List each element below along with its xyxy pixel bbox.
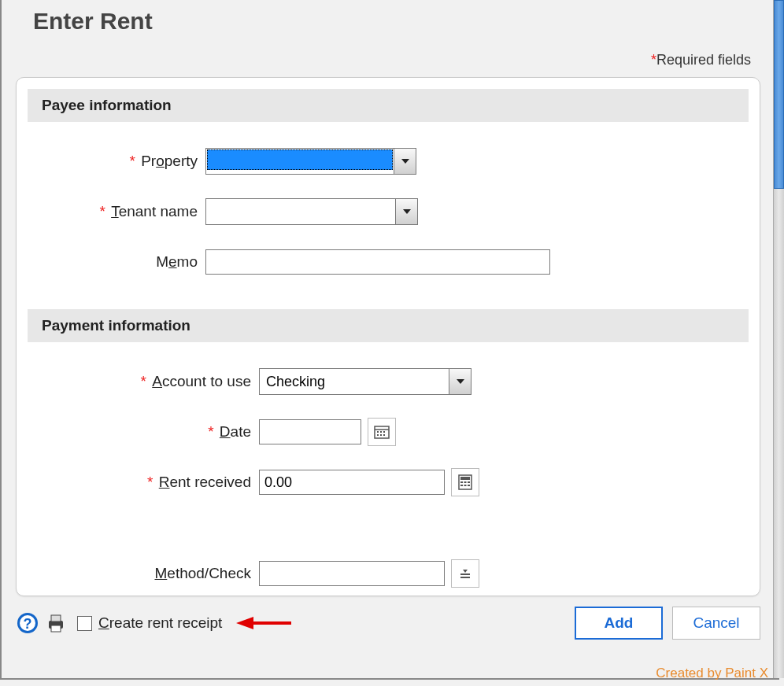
svg-marker-20 [463, 570, 468, 573]
svg-rect-5 [377, 431, 379, 433]
label-property: * Property [17, 153, 205, 170]
svg-rect-27 [51, 625, 61, 632]
svg-rect-14 [464, 481, 467, 483]
label-tenant: * Tenant name [17, 203, 205, 220]
tenant-combobox-button[interactable] [395, 199, 417, 224]
calculator-icon [458, 474, 472, 490]
scrollbar-thumb[interactable] [774, 0, 784, 189]
required-fields-label: Required fields [656, 52, 751, 68]
form-panel: Payee information * Property * Tenant na… [16, 77, 760, 596]
date-picker-button[interactable] [368, 418, 396, 446]
section-payment-header: Payment information [28, 309, 749, 342]
account-combobox[interactable]: Checking [259, 368, 472, 395]
spacer [17, 509, 760, 547]
row-memo: Memo [17, 238, 760, 286]
cancel-button[interactable]: Cancel [672, 607, 760, 640]
svg-rect-26 [51, 615, 61, 621]
label-memo: Memo [17, 253, 205, 271]
vertical-scrollbar[interactable] [773, 0, 784, 678]
svg-marker-29 [236, 617, 253, 629]
svg-marker-0 [401, 159, 409, 164]
property-combobox-button[interactable] [394, 149, 416, 174]
account-combobox-text[interactable]: Checking [260, 369, 449, 394]
create-receipt-checkbox[interactable] [77, 616, 92, 631]
memo-input[interactable] [205, 249, 550, 275]
label-rent: * Rent received [17, 474, 259, 491]
create-receipt-checkbox-wrap: Create rent receipt [77, 614, 222, 632]
svg-rect-16 [460, 485, 463, 486]
page-title: Enter Rent [33, 8, 153, 35]
help-icon[interactable]: ? [16, 611, 39, 635]
calculator-button[interactable] [451, 468, 479, 496]
row-property: * Property [17, 138, 760, 185]
footer-right: Add Cancel [575, 607, 760, 640]
account-combobox-button[interactable] [449, 369, 471, 394]
print-icon[interactable] [44, 611, 68, 635]
required-asterisk: * [651, 52, 656, 68]
svg-rect-10 [383, 434, 385, 436]
calendar-icon [374, 424, 390, 440]
svg-text:?: ? [24, 616, 32, 632]
footer-bar: ? Create rent receipt Add Cancel [16, 606, 760, 640]
row-tenant: * Tenant name [17, 188, 760, 235]
section-payee-header: Payee information [28, 89, 749, 122]
window-border-left [0, 0, 2, 678]
method-lookup-button[interactable] [451, 559, 479, 588]
svg-rect-18 [468, 485, 470, 486]
svg-rect-17 [464, 485, 467, 486]
svg-rect-13 [460, 481, 463, 483]
required-fields-note: *Required fields [651, 52, 751, 68]
svg-marker-2 [457, 379, 464, 384]
label-account: * Account to use [17, 373, 259, 390]
row-method: Method/Check [17, 550, 760, 597]
label-method: Method/Check [17, 565, 259, 582]
svg-rect-8 [377, 434, 379, 436]
svg-rect-19 [460, 574, 470, 575]
lookup-icon [459, 567, 472, 580]
svg-rect-15 [468, 481, 470, 483]
tenant-combobox[interactable] [205, 198, 418, 225]
svg-marker-1 [403, 209, 411, 214]
row-account: * Account to use Checking [17, 358, 760, 405]
property-combobox-text[interactable] [207, 149, 393, 170]
row-date: * Date [17, 408, 760, 455]
svg-rect-7 [383, 431, 385, 433]
method-input[interactable] [259, 561, 445, 586]
create-receipt-label: Create rent receipt [98, 614, 222, 632]
red-arrow-annotation [236, 614, 291, 632]
svg-rect-21 [460, 577, 470, 578]
svg-rect-9 [380, 434, 382, 436]
watermark-text: Created by Paint X [656, 666, 768, 681]
footer-left: ? Create rent receipt [16, 611, 291, 635]
rent-input[interactable] [259, 470, 445, 495]
date-input[interactable] [259, 419, 361, 444]
property-combobox[interactable] [205, 148, 416, 175]
tenant-combobox-text[interactable] [206, 199, 395, 224]
add-button[interactable]: Add [575, 607, 663, 640]
svg-rect-6 [380, 431, 382, 433]
svg-rect-12 [460, 477, 470, 480]
row-rent: * Rent received [17, 459, 760, 506]
label-date: * Date [17, 423, 259, 441]
